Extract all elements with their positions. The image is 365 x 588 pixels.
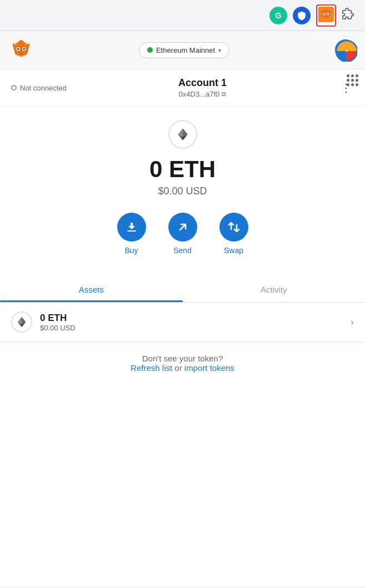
buy-icon-circle: [117, 213, 146, 242]
main-tabs: Assets Activity: [0, 277, 365, 303]
metamask-extension-icon[interactable]: [316, 4, 336, 27]
swap-button[interactable]: Swap: [219, 213, 248, 255]
bitwarden-extension-icon[interactable]: [293, 7, 311, 24]
address-text: 0x4D3...a7f0: [179, 90, 220, 98]
eth-logo-circle: [168, 120, 197, 149]
metamask-logo: [9, 38, 33, 62]
swap-label: Swap: [224, 246, 243, 255]
asset-eth-name: 0 ETH: [40, 313, 76, 324]
download-icon: [125, 220, 138, 234]
token-discovery-links: Refresh list or import tokens: [11, 363, 354, 373]
account-info: Account 1 0x4D3...a7f0 ⧉: [67, 77, 338, 98]
action-buttons-row: Buy Send Swap: [11, 213, 354, 255]
tab-activity[interactable]: Activity: [183, 277, 366, 302]
metamask-fox-icon: [318, 7, 334, 22]
send-label: Send: [173, 246, 192, 255]
svg-point-18: [23, 48, 25, 50]
shield-icon: [297, 11, 307, 21]
extensions-puzzle-icon[interactable]: [342, 8, 354, 23]
send-icon-circle: [168, 213, 197, 242]
grid-menu-icon[interactable]: [344, 72, 361, 88]
metamask-popup: Ethereum Mainnet ▾: [0, 31, 365, 586]
asset-chevron-right-icon: ›: [351, 316, 354, 328]
svg-point-7: [327, 13, 328, 14]
svg-rect-31: [127, 230, 136, 232]
browser-extension-bar: G: [0, 0, 365, 31]
swap-icon: [227, 220, 241, 234]
eth-asset-icon: [11, 311, 32, 333]
account-address: 0x4D3...a7f0 ⧉: [67, 90, 338, 98]
account-avatar[interactable]: [335, 39, 356, 61]
token-discovery-section: Don't see your token? Refresh list or im…: [0, 342, 365, 384]
balance-section: 0 ETH $0.00 USD Buy: [0, 107, 365, 277]
not-connected-dot: [11, 85, 17, 91]
eth-diamond-icon: [176, 127, 190, 142]
send-icon: [176, 220, 189, 234]
assets-list: 0 ETH $0.00 USD ›: [0, 303, 365, 342]
svg-point-6: [324, 13, 325, 14]
asset-eth-fiat: $0.00 USD: [40, 324, 76, 332]
avatar-icon: [336, 41, 357, 62]
send-button[interactable]: Send: [168, 213, 197, 255]
svg-marker-35: [22, 317, 26, 324]
asset-details: 0 ETH $0.00 USD: [40, 313, 76, 332]
buy-label: Buy: [124, 246, 138, 255]
chevron-down-icon: ▾: [218, 47, 221, 53]
network-status-dot: [147, 47, 153, 53]
account-name: Account 1: [67, 77, 338, 89]
refresh-list-link[interactable]: Refresh list: [131, 363, 172, 373]
svg-point-17: [17, 48, 19, 50]
balance-usd-amount: $0.00 USD: [11, 185, 354, 197]
svg-point-25: [346, 50, 348, 52]
connection-status: Not connected: [11, 84, 67, 92]
network-label: Ethereum Mainnet: [156, 46, 215, 54]
account-section: Not connected Account 1 0x4D3...a7f0 ⧉ ⋮: [0, 69, 365, 107]
network-selector[interactable]: Ethereum Mainnet ▾: [139, 42, 229, 58]
swap-icon-circle: [219, 213, 248, 242]
buy-button[interactable]: Buy: [117, 213, 146, 255]
import-tokens-link[interactable]: import tokens: [184, 363, 234, 373]
eth-asset-diamond-icon: [16, 316, 28, 328]
metamask-header: Ethereum Mainnet ▾: [0, 31, 365, 69]
asset-left: 0 ETH $0.00 USD: [11, 311, 76, 333]
balance-eth-amount: 0 ETH: [11, 158, 354, 181]
copy-address-icon[interactable]: ⧉: [222, 91, 226, 98]
svg-marker-30: [183, 128, 188, 137]
tab-assets[interactable]: Assets: [0, 277, 183, 302]
grammarly-extension-icon[interactable]: G: [269, 7, 287, 24]
not-connected-label: Not connected: [20, 84, 67, 92]
puzzle-piece-icon: [342, 8, 354, 20]
eth-asset-item[interactable]: 0 ETH $0.00 USD ›: [0, 303, 365, 342]
token-discovery-prompt: Don't see your token?: [11, 354, 354, 363]
